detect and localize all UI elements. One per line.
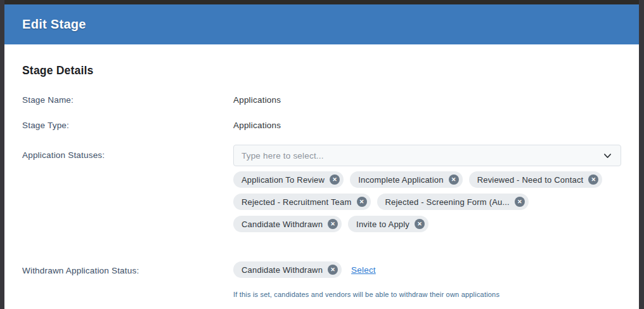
application-statuses-label: Application Statuses: bbox=[22, 145, 233, 160]
status-chip: Incomplete Application✕ bbox=[350, 171, 462, 188]
chip-label: Incomplete Application bbox=[358, 175, 443, 185]
application-statuses-row: Application Statuses: Application To Rev… bbox=[22, 145, 621, 232]
section-title: Stage Details bbox=[22, 64, 621, 77]
status-chip: Reviewed - Need to Contact✕ bbox=[469, 171, 603, 188]
withdrawn-status-chip: Candidate Withdrawn✕ bbox=[233, 261, 342, 278]
stage-name-row: Stage Name: Applications bbox=[22, 94, 621, 105]
backdrop-left bbox=[0, 0, 4, 309]
chevron-down-icon bbox=[603, 151, 612, 161]
statuses-combobox[interactable] bbox=[233, 145, 621, 166]
chip-remove-icon[interactable]: ✕ bbox=[357, 197, 367, 207]
select-withdrawn-status-link[interactable]: Select bbox=[351, 265, 376, 275]
stage-type-label: Stage Type: bbox=[22, 119, 233, 130]
stage-type-value: Applications bbox=[233, 119, 621, 130]
chip-label: Rejected - Screening Form (Au... bbox=[385, 197, 510, 207]
chip-label: Candidate Withdrawn bbox=[242, 265, 323, 275]
stage-name-value: Applications bbox=[233, 94, 621, 105]
status-chip: Rejected - Screening Form (Au...✕ bbox=[377, 194, 529, 210]
chip-remove-icon[interactable]: ✕ bbox=[449, 174, 459, 185]
dialog-title: Edit Stage bbox=[22, 17, 86, 32]
backdrop-right bbox=[639, 0, 644, 309]
backdrop-top bbox=[0, 0, 644, 4]
stage-name-label: Stage Name: bbox=[22, 94, 233, 105]
status-chip: Candidate Withdrawn✕ bbox=[233, 216, 342, 232]
status-chip: Application To Review✕ bbox=[233, 171, 344, 188]
status-chip: Rejected - Recruitment Team✕ bbox=[233, 194, 371, 210]
chip-label: Reviewed - Need to Contact bbox=[477, 175, 584, 185]
dialog-body: Stage Details Stage Name: Applications S… bbox=[4, 44, 639, 309]
chip-label: Invite to Apply bbox=[356, 220, 409, 229]
chip-remove-icon[interactable]: ✕ bbox=[415, 219, 425, 229]
withdrawn-status-row: Withdrawn Application Status: Candidate … bbox=[22, 261, 621, 298]
selected-statuses-list: Application To Review✕Incomplete Applica… bbox=[233, 171, 621, 232]
chip-remove-icon[interactable]: ✕ bbox=[588, 174, 598, 185]
chip-label: Application To Review bbox=[242, 175, 325, 185]
combobox-toggle-button[interactable] bbox=[600, 148, 614, 162]
chip-remove-icon[interactable]: ✕ bbox=[328, 219, 338, 229]
stage-type-row: Stage Type: Applications bbox=[22, 119, 621, 130]
chip-label: Candidate Withdrawn bbox=[242, 220, 323, 229]
chip-label: Rejected - Recruitment Team bbox=[242, 197, 352, 207]
withdrawn-helper-text: If this is set, candidates and vendors w… bbox=[233, 291, 621, 298]
withdrawn-status-chip-list: Candidate Withdrawn✕ bbox=[233, 261, 342, 278]
dialog-header: Edit Stage bbox=[4, 4, 639, 44]
chip-remove-icon[interactable]: ✕ bbox=[328, 265, 338, 275]
edit-stage-dialog: Edit Stage Stage Details Stage Name: App… bbox=[4, 4, 639, 309]
chip-remove-icon[interactable]: ✕ bbox=[515, 197, 525, 207]
chip-remove-icon[interactable]: ✕ bbox=[330, 174, 340, 185]
withdrawn-status-label: Withdrawn Application Status: bbox=[22, 261, 233, 275]
status-chip: Invite to Apply✕ bbox=[348, 216, 428, 232]
statuses-search-input[interactable] bbox=[242, 151, 600, 161]
